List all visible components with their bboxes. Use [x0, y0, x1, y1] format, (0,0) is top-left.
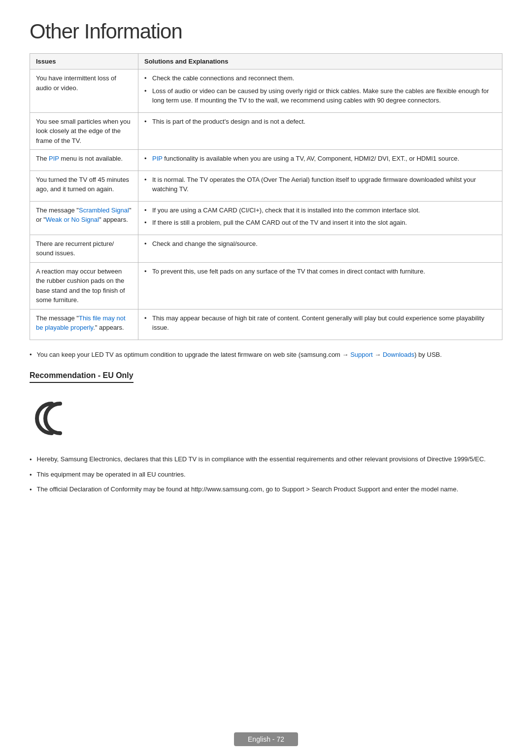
pip-link-issue: PIP [49, 155, 59, 162]
issue-cell: The message "This file may not be playab… [30, 309, 138, 340]
page-title: Other Information [30, 20, 502, 43]
bullet-icon: • [30, 470, 32, 480]
scrambled-link: Scrambled Signal [79, 206, 129, 214]
issue-cell: The message "Scrambled Signal" or "Weak … [30, 201, 138, 235]
issue-cell: The PIP menu is not available. [30, 150, 138, 171]
recommendation-title: Recommendation - EU Only [30, 371, 133, 383]
solution-cell: It is normal. The TV operates the OTA (O… [138, 171, 502, 201]
list-item: This may appear because of high bit rate… [144, 313, 496, 333]
footer-bar: English - 72 [234, 732, 298, 746]
solution-cell: This may appear because of high bit rate… [138, 309, 502, 340]
rec-bullet-1: • Hereby, Samsung Electronics, declares … [30, 454, 502, 465]
recommendation-section: Recommendation - EU Only • Hereby, Samsu… [30, 371, 502, 495]
list-item: Check and change the signal/source. [144, 239, 496, 249]
solution-cell: Check and change the signal/source. [138, 235, 502, 262]
support-link[interactable]: Support [350, 351, 373, 358]
issue-cell: You see small particles when you look cl… [30, 112, 138, 150]
table-row: There are recurrent picture/ sound issue… [30, 235, 502, 262]
list-item: It is normal. The TV operates the OTA (O… [144, 175, 496, 194]
list-item: PIP functionality is available when you … [144, 154, 496, 164]
table-row: A reaction may occur between the rubber … [30, 262, 502, 309]
table-row: The message "This file may not be playab… [30, 309, 502, 340]
rec-bullet-2-text: This equipment may be operated in all EU… [37, 470, 186, 480]
issue-cell: A reaction may occur between the rubber … [30, 262, 138, 309]
solution-cell: PIP functionality is available when you … [138, 150, 502, 171]
list-item: Loss of audio or video can be caused by … [144, 86, 496, 105]
note-section: • You can keep your LED TV as optimum co… [30, 350, 502, 360]
rec-bullet-3-text: The official Declaration of Conformity m… [37, 484, 459, 494]
table-row: You turned the TV off 45 minutes ago, an… [30, 171, 502, 201]
rec-bullet-1-text: Hereby, Samsung Electronics, declares th… [37, 454, 486, 464]
ce-logo-icon [34, 399, 79, 438]
col-issues-header: Issues [30, 54, 138, 69]
solution-cell: If you are using a CAM CARD (CI/CI+), ch… [138, 201, 502, 235]
note-bullet-icon: • [30, 350, 32, 360]
footer-text: English - 72 [248, 735, 284, 743]
issues-table: Issues Solutions and Explanations You ha… [30, 53, 502, 340]
solution-cell: This is part of the product's design and… [138, 112, 502, 150]
list-item: Check the cable connections and reconnec… [144, 73, 496, 83]
downloads-link[interactable]: Downloads [383, 351, 414, 358]
ce-mark [34, 399, 502, 445]
solution-cell: Check the cable connections and reconnec… [138, 69, 502, 113]
list-item: If there is still a problem, pull the CA… [144, 218, 496, 228]
issue-cell: There are recurrent picture/ sound issue… [30, 235, 138, 262]
recommendation-bullets: • Hereby, Samsung Electronics, declares … [30, 454, 502, 495]
list-item: If you are using a CAM CARD (CI/CI+), ch… [144, 206, 496, 215]
file-may-link: This file may not be playable properly [36, 314, 126, 332]
note-text: You can keep your LED TV as optimum cond… [37, 350, 442, 360]
rec-bullet-3: • The official Declaration of Conformity… [30, 484, 502, 495]
table-row: You see small particles when you look cl… [30, 112, 502, 150]
page-content: Other Information Issues Solutions and E… [0, 0, 532, 539]
table-row: The message "Scrambled Signal" or "Weak … [30, 201, 502, 235]
table-row: You have intermittent loss of audio or v… [30, 69, 502, 113]
list-item: To prevent this, use felt pads on any su… [144, 267, 496, 276]
rec-bullet-2: • This equipment may be operated in all … [30, 470, 502, 480]
solution-cell: To prevent this, use felt pads on any su… [138, 262, 502, 309]
issue-cell: You turned the TV off 45 minutes ago, an… [30, 171, 138, 201]
col-solutions-header: Solutions and Explanations [138, 54, 502, 69]
list-item: This is part of the product's design and… [144, 117, 496, 127]
bullet-icon: • [30, 485, 32, 495]
pip-link-solution: PIP [152, 155, 163, 162]
table-row: The PIP menu is not available. PIP funct… [30, 150, 502, 171]
no-signal-link: Weak or No Signal [46, 216, 99, 223]
bullet-icon: • [30, 455, 32, 465]
issue-cell: You have intermittent loss of audio or v… [30, 69, 138, 113]
